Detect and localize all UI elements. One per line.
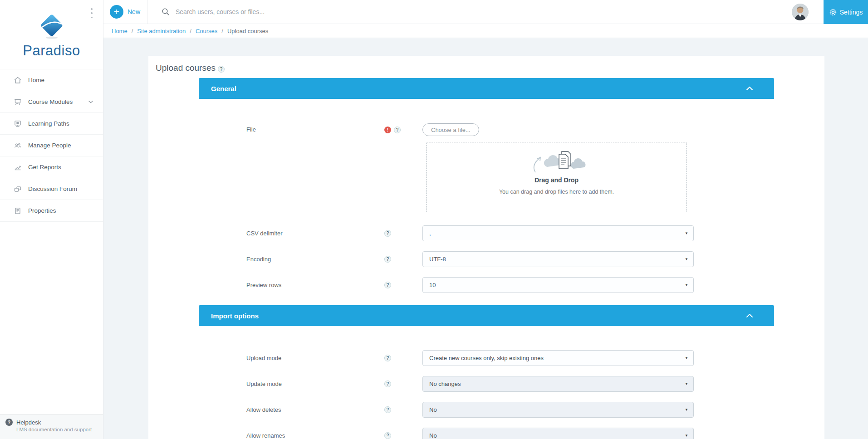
helpdesk-panel[interactable]: ? Helpdesk LMS documentation and support [0,414,103,439]
preview-rows-label: Preview rows [246,282,375,288]
sidebar-item-label: Discussion Forum [28,185,95,192]
helpdesk-title: Helpdesk [16,419,41,426]
sidebar-item-get-reports[interactable]: Get Reports [0,156,103,178]
csv-delimiter-value: , [429,230,431,237]
chevron-up-icon[interactable] [746,314,753,317]
allow-renames-label: Allow renames [246,432,375,439]
help-icon[interactable]: ? [384,432,391,439]
sidebar-item-properties[interactable]: Properties [0,200,103,222]
upload-mode-label: Upload mode [246,355,375,361]
chevron-up-icon[interactable] [746,87,753,90]
dropdown-arrow-icon: ▼ [685,382,688,386]
search-icon [162,8,170,16]
dropdown-arrow-icon: ▼ [685,231,688,235]
sidebar-item-manage-people[interactable]: Manage People [0,135,103,156]
dropdown-arrow-icon: ▼ [685,257,688,261]
help-icon[interactable]: ? [394,127,401,133]
drag-drop-icon [509,149,604,175]
avatar-photo [792,4,809,20]
helpdesk-question-icon: ? [5,419,13,426]
user-avatar[interactable] [792,4,809,20]
section-general: General File ! ? Choose a file... [199,78,774,303]
sidebar-item-course-modules[interactable]: Course Modules [0,91,103,113]
upload-mode-value: Create new courses only, skip existing o… [429,355,544,361]
sidebar-menu-kebab-icon[interactable] [88,8,95,18]
sidebar-nav: Home Course Modules Learning Paths Manag… [0,69,103,222]
breadcrumb-site-administration[interactable]: Site administration [137,28,186,34]
settings-label: Settings [840,9,863,16]
manage-people-icon [14,141,22,150]
sidebar-item-label: Get Reports [28,164,95,171]
form-row-file: File ! ? Choose a file... [199,123,774,212]
settings-button[interactable]: Settings [824,0,868,24]
page-title: Upload courses [156,63,216,73]
form-row-allow-renames: Allow renames ? No ▼ [199,428,774,439]
required-icon: ! [384,127,391,133]
sidebar: Paradiso Home Course Modules Learning Pa… [0,0,103,439]
encoding-select[interactable]: UTF-8 ▼ [422,251,694,267]
help-icon[interactable]: ? [384,355,391,361]
sidebar-item-learning-paths[interactable]: Learning Paths [0,113,103,135]
preview-rows-select[interactable]: 10 ▼ [422,277,694,293]
allow-deletes-label: Allow deletes [246,406,375,413]
sidebar-item-home[interactable]: Home [0,69,103,91]
new-button-label: New [128,8,140,15]
dropzone-subtitle: You can drag and drop files here to add … [499,189,614,195]
section-general-header[interactable]: General [199,78,774,99]
brand-logo[interactable]: Paradiso [0,0,103,59]
update-mode-value: No changes [429,380,461,387]
dropdown-arrow-icon: ▼ [685,434,688,438]
encoding-value: UTF-8 [429,256,446,263]
form-row-csv-delimiter: CSV delimiter ? , ▼ [199,225,774,241]
breadcrumb-current: Upload courses [227,28,268,34]
section-import-options-header[interactable]: Import options [199,305,774,326]
properties-icon [14,207,22,215]
help-icon[interactable]: ? [384,406,391,413]
help-icon[interactable]: ? [384,256,391,263]
page-card: Upload courses ? General File ! ? Choose… [148,56,824,439]
help-icon[interactable]: ? [384,230,391,237]
update-mode-label: Update mode [246,380,375,387]
paradiso-diamond-icon [35,14,69,40]
discussion-forum-icon [14,185,22,193]
csv-delimiter-select[interactable]: , ▼ [422,225,694,241]
encoding-label: Encoding [246,256,375,263]
dropzone-title: Drag and Drop [535,176,579,184]
choose-file-button[interactable]: Choose a file... [422,123,479,136]
form-row-allow-deletes: Allow deletes ? No ▼ [199,402,774,418]
helpdesk-subtitle: LMS documentation and support [16,427,98,432]
topbar-divider [147,0,147,24]
update-mode-select[interactable]: No changes ▼ [422,376,694,392]
learning-paths-icon [14,120,22,128]
dropdown-arrow-icon: ▼ [685,408,688,412]
get-reports-icon [14,163,22,171]
sidebar-item-label: Learning Paths [28,120,95,127]
breadcrumb-courses[interactable]: Courses [196,28,217,34]
file-label: File [246,123,375,136]
sidebar-item-label: Properties [28,207,95,214]
breadcrumb-home[interactable]: Home [112,28,128,34]
help-icon[interactable]: ? [384,282,391,288]
cloud-right-icon [571,158,585,169]
section-import-options: Import options Upload mode ? Create new … [199,305,774,439]
home-icon [14,76,22,84]
breadcrumb-separator: / [132,28,133,34]
page-help-icon[interactable]: ? [218,66,225,73]
allow-deletes-value: No [429,406,437,413]
allow-renames-select[interactable]: No ▼ [422,428,694,439]
allow-renames-value: No [429,432,437,439]
help-icon[interactable]: ? [384,380,391,387]
dropdown-arrow-icon: ▼ [685,356,688,360]
form-row-preview-rows: Preview rows ? 10 ▼ [199,277,774,293]
breadcrumb-separator: / [221,28,223,34]
search-input[interactable] [176,8,412,15]
upload-mode-select[interactable]: Create new courses only, skip existing o… [422,350,694,366]
search-box [162,0,412,24]
allow-deletes-select[interactable]: No ▼ [422,402,694,418]
gear-icon [829,8,837,16]
documents-icon [559,151,571,169]
sidebar-item-discussion-forum[interactable]: Discussion Forum [0,178,103,200]
new-button[interactable]: + New [110,5,140,19]
sidebar-item-label: Course Modules [28,98,87,105]
file-dropzone[interactable]: Drag and Drop You can drag and drop file… [426,142,687,212]
